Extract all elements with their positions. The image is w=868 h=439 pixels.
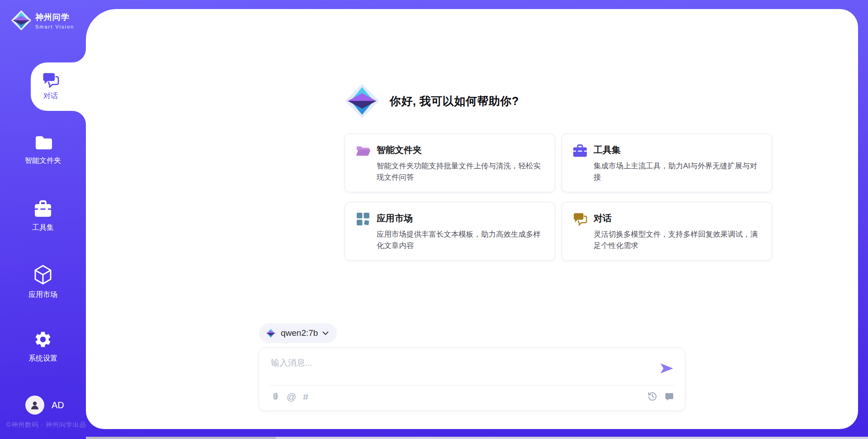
scrollbar-thumb[interactable] xyxy=(86,437,276,439)
person-icon xyxy=(29,400,40,410)
model-name: qwen2:7b xyxy=(281,328,318,338)
sidebar-item-label: 系统设置 xyxy=(0,354,86,363)
card-description: 集成市场上主流工具，助力AI与外界无缝扩展与对接 xyxy=(594,160,761,183)
history-icon[interactable] xyxy=(647,391,657,401)
briefcase-icon xyxy=(573,144,587,157)
horizontal-scrollbar[interactable] xyxy=(86,437,868,439)
composer-tools-left: @ # xyxy=(271,391,308,401)
card-app-market[interactable]: 应用市场 应用市场提供丰富长文本模板，助力高效生成多样化文章内容 xyxy=(344,202,555,261)
chat-history-icon[interactable] xyxy=(665,392,674,401)
sidebar: 神州问学 Smart Vision 对话 智能文件夹 xyxy=(0,0,86,439)
greeting-title: 你好, 我可以如何帮助你? xyxy=(390,94,519,109)
chat-icon xyxy=(573,212,587,226)
hashtag-icon[interactable]: # xyxy=(303,392,308,401)
copyright-text: ©神州数码 · 神州问学出品 xyxy=(6,421,86,429)
sidebar-item-app-market[interactable]: 应用市场 xyxy=(0,264,86,300)
chat-icon xyxy=(42,72,60,88)
greeting: 你好, 我可以如何帮助你? xyxy=(344,83,519,119)
card-description: 智能文件夹功能支持批量文件上传与清洗，轻松实现文件问答 xyxy=(377,160,544,183)
brand-title: 神州问学 xyxy=(35,12,74,23)
chevron-down-icon xyxy=(322,331,329,335)
folder-open-icon xyxy=(356,144,370,157)
card-smart-folder[interactable]: 智能文件夹 智能文件夹功能支持批量文件上传与清洗，轻松实现文件问答 xyxy=(344,134,555,192)
avatar xyxy=(25,396,44,415)
sidebar-item-label: 对话 xyxy=(43,91,58,101)
sidebar-item-label: 智能文件夹 xyxy=(0,156,86,166)
brand-gem-icon xyxy=(11,10,32,31)
sidebar-item-smart-folder[interactable]: 智能文件夹 xyxy=(0,134,86,166)
card-description: 应用市场提供丰富长文本模板，助力高效生成多样化文章内容 xyxy=(377,229,544,251)
sidebar-item-settings[interactable]: 系统设置 xyxy=(0,330,86,363)
sidebar-item-label: 应用市场 xyxy=(0,290,86,300)
composer: @ # xyxy=(259,348,685,411)
gear-icon xyxy=(33,330,52,349)
cube-icon xyxy=(33,264,53,285)
sidebar-item-label: 工具集 xyxy=(0,223,86,233)
model-gem-icon xyxy=(265,328,276,339)
card-title: 对话 xyxy=(594,212,761,224)
main-panel: 你好, 我可以如何帮助你? 智能文件夹 智能文件夹功能支持批量文件上传与清洗，轻… xyxy=(86,9,858,429)
message-input[interactable] xyxy=(271,357,651,381)
card-title: 智能文件夹 xyxy=(377,144,544,156)
composer-tools-right xyxy=(647,391,674,401)
brand-subtitle: Smart Vision xyxy=(35,24,74,29)
feature-cards: 智能文件夹 智能文件夹功能支持批量文件上传与清洗，轻松实现文件问答 xyxy=(344,134,772,261)
card-title: 工具集 xyxy=(594,144,761,156)
app-root: 你好, 我可以如何帮助你? 智能文件夹 智能文件夹功能支持批量文件上传与清洗，轻… xyxy=(0,0,868,439)
user-initials: AD xyxy=(52,400,64,410)
card-chat[interactable]: 对话 灵活切换多模型文件，支持多样回复效果调试，满足个性化需求 xyxy=(561,202,772,261)
card-toolset[interactable]: 工具集 集成市场上主流工具，助力AI与外界无缝扩展与对接 xyxy=(561,134,772,192)
paperclip-icon[interactable] xyxy=(271,391,280,401)
mention-icon[interactable]: @ xyxy=(287,392,296,401)
brand-gem-icon xyxy=(344,83,380,119)
card-title: 应用市场 xyxy=(377,212,544,224)
grid-tiles-icon xyxy=(356,212,370,226)
card-description: 灵活切换多模型文件，支持多样回复效果调试，满足个性化需求 xyxy=(594,229,761,251)
sidebar-item-toolset[interactable]: 工具集 xyxy=(0,199,86,233)
toolbox-icon xyxy=(33,199,53,218)
user-menu[interactable]: AD xyxy=(25,396,64,415)
model-selector[interactable]: qwen2:7b xyxy=(259,323,337,343)
brand: 神州问学 Smart Vision xyxy=(11,10,74,31)
send-icon[interactable] xyxy=(660,363,674,374)
folder-icon xyxy=(33,134,53,151)
composer-divider xyxy=(269,385,675,386)
sidebar-item-chat[interactable]: 对话 xyxy=(15,62,86,111)
